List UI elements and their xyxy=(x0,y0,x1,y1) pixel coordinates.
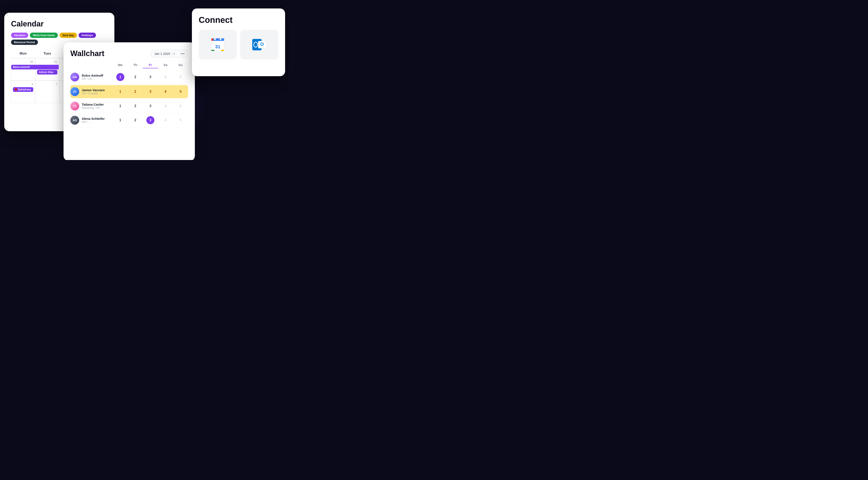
event-adison: Adison Dias xyxy=(37,70,57,74)
legend-wfh[interactable]: Work from home xyxy=(30,33,58,38)
wc-cell-alena-4: 4 xyxy=(158,118,173,122)
person-dulce: DA Dulce Aminoff HR • UK xyxy=(70,73,113,81)
connect-card: Connect 31 xyxy=(192,8,285,76)
wc-cell-james-2: 2 xyxy=(128,90,143,94)
person-meta-dulce: HR • UK xyxy=(82,77,103,80)
wc-cell-tatiana-3: 3 xyxy=(143,104,158,108)
wc-col-su: Su xyxy=(173,63,188,68)
outlook-box[interactable]: O xyxy=(240,30,278,60)
svg-point-6 xyxy=(220,38,221,40)
avatar-dulce: DA xyxy=(70,73,79,81)
svg-rect-2 xyxy=(211,40,224,41)
wc-cell-dulce-2: 2 xyxy=(128,75,143,79)
wc-col-we: We xyxy=(113,63,128,68)
wc-cell-james-3: 3 xyxy=(143,90,158,94)
svg-rect-7 xyxy=(211,41,224,42)
person-name-alena: Alena Schleifer xyxy=(82,117,105,121)
wc-cell-tatiana-2: 2 xyxy=(128,104,143,108)
person-name-james: James Vaccaro xyxy=(82,88,105,92)
day-num-6: 6 xyxy=(13,82,33,86)
wc-cell-james-1: 1 xyxy=(113,90,128,94)
wallchart-card: Wallchart Jan 1 2025 → — We Th Fr Sa Su … xyxy=(64,42,195,160)
avatar-tatiana: TC xyxy=(70,102,79,110)
person-name-tatiana: Tatiana Carder xyxy=(82,103,104,106)
person-tatiana: TC Tatiana Carder Marketing • UK xyxy=(70,102,113,110)
svg-point-5 xyxy=(214,38,216,40)
wc-cell-dulce-3: 3 xyxy=(143,75,158,79)
wc-row-tatiana: TC Tatiana Carder Marketing • UK 1 2 3 4… xyxy=(70,99,188,113)
wallchart-header: Wallchart Jan 1 2025 → — xyxy=(70,49,188,58)
wc-cell-alena-1: 1 xyxy=(113,118,128,122)
wc-row-dulce: DA Dulce Aminoff HR • UK 1 2 3 4 5 xyxy=(70,70,188,84)
avatar-alena: AS xyxy=(70,116,79,125)
legend-sick[interactable]: Sick Day xyxy=(60,33,77,38)
person-info-tatiana: Tatiana Carder Marketing • UK xyxy=(82,103,104,109)
ephiphany-dot xyxy=(14,88,17,91)
person-meta-alena: HR • ... xyxy=(82,121,105,124)
connect-title: Connect xyxy=(199,15,278,25)
wc-cell-tatiana-5: 5 xyxy=(173,104,188,108)
cal-header-tues: Tues xyxy=(35,50,59,58)
wc-col-th: Th xyxy=(128,63,143,68)
outlook-icon: O xyxy=(252,37,267,52)
cal-header-mon: Mon xyxy=(11,50,35,58)
wc-cell-alena-5: 5 xyxy=(173,118,188,122)
date-label: Jan 1 2025 xyxy=(154,52,170,56)
cal-day-7: 7 xyxy=(35,81,59,103)
legend-vacation[interactable]: Vacation xyxy=(11,33,28,38)
wc-col-person xyxy=(70,63,113,68)
wc-row-alena: AS Alena Schleifer HR • ... 1 2 3 4 5 xyxy=(70,113,188,128)
dulce-circle-1: 1 xyxy=(116,73,124,81)
wc-cell-james-4: 4 xyxy=(158,90,173,94)
date-nav[interactable]: Jan 1 2025 → — xyxy=(151,49,188,58)
svg-text:O: O xyxy=(260,41,264,47)
alena-circle-3: 3 xyxy=(146,116,154,124)
legend-blackout[interactable]: Blackout Period xyxy=(11,40,38,45)
google-calendar-box[interactable]: 31 xyxy=(199,30,237,60)
wc-cell-tatiana-4: 4 xyxy=(158,104,173,108)
person-info-james: James Vaccaro HR • Canada xyxy=(82,88,105,95)
wc-col-fr: Fr xyxy=(143,63,158,68)
person-meta-tatiana: Marketing • UK xyxy=(82,106,104,109)
wc-cell-alena-3: 3 xyxy=(143,116,158,124)
wc-row-james: JV James Vaccaro HR • Canada 1 2 3 4 5 xyxy=(70,85,188,98)
event-ephiphany: Ephiphany xyxy=(13,87,33,92)
wc-cell-dulce-1: 1 xyxy=(113,73,128,81)
person-info-alena: Alena Schleifer HR • ... xyxy=(82,117,105,124)
wc-cell-dulce-5: 5 xyxy=(173,75,188,79)
person-name-dulce: Dulce Aminoff xyxy=(82,74,103,77)
person-james: JV James Vaccaro HR • Canada xyxy=(70,87,113,96)
svg-text:31: 31 xyxy=(215,44,220,49)
wc-cell-alena-2: 2 xyxy=(128,118,143,122)
connect-icons-row: 31 xyxy=(199,30,278,60)
wc-col-headers: We Th Fr Sa Su xyxy=(70,63,188,70)
wc-cell-dulce-4: 4 xyxy=(158,75,173,79)
legend-holidays[interactable]: Holidays xyxy=(79,33,96,38)
person-info-dulce: Dulce Aminoff HR • UK xyxy=(82,74,103,80)
google-calendar-icon: 31 xyxy=(210,37,225,52)
wc-cell-james-5: 5 xyxy=(173,90,188,94)
person-alena: AS Alena Schleifer HR • ... xyxy=(70,116,113,125)
avatar-james: JV xyxy=(70,87,79,96)
day-num-7: 7 xyxy=(37,82,57,86)
person-meta-james: HR • Canada xyxy=(82,92,105,95)
date-nav-arrow: → xyxy=(172,52,176,56)
wc-cell-tatiana-1: 1 xyxy=(113,104,128,108)
calendar-title: Calendar xyxy=(11,20,107,28)
cal-day-30: 30 Maria Aminoff xyxy=(11,58,35,80)
date-nav-dash: — xyxy=(181,52,185,56)
cal-day-6: 6 Ephiphany xyxy=(11,81,35,103)
event-maria: Maria Aminoff xyxy=(11,65,59,69)
day-num-31: 31 xyxy=(37,60,57,64)
day-num-30: 30 xyxy=(13,60,33,64)
wc-col-sa: Sa xyxy=(158,63,173,68)
wallchart-title: Wallchart xyxy=(70,49,104,58)
